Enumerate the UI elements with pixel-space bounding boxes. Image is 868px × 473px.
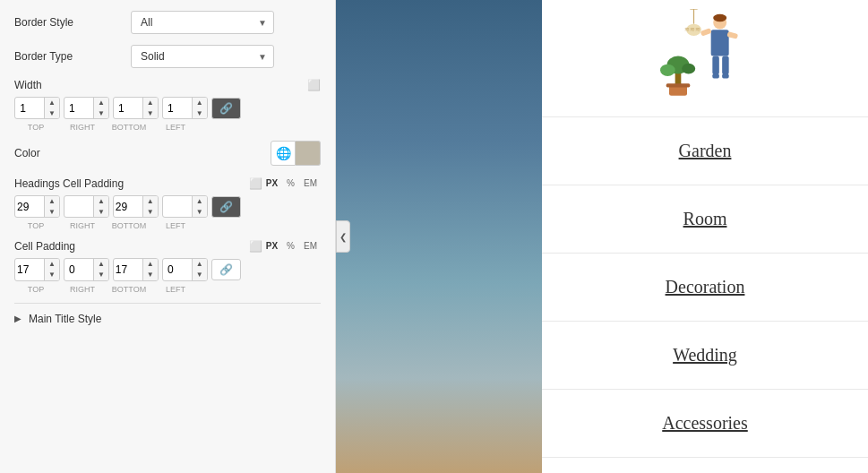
headings-top-input-group: ▲ ▼ <box>14 195 60 218</box>
width-top-input-group: ▲ ▼ <box>14 97 60 119</box>
cell-right-up-btn[interactable]: ▲ <box>94 259 108 270</box>
width-bottom-down-btn[interactable]: ▼ <box>143 108 158 119</box>
width-header: Width ⬜ <box>14 79 321 91</box>
cell-bottom-spinners: ▲ ▼ <box>142 259 158 280</box>
border-type-control: Solid Dashed Dotted Double ▼ <box>131 45 321 68</box>
cell-right-spinners: ▲ ▼ <box>93 259 108 280</box>
collapse-button[interactable]: ❮ <box>336 220 350 253</box>
cell-top-down-btn[interactable]: ▼ <box>45 270 59 280</box>
headings-left-label: LEFT <box>154 221 197 230</box>
headings-right-input[interactable] <box>64 197 93 217</box>
cell-sub-labels: TOP RIGHT BOTTOM LEFT <box>14 285 321 294</box>
width-left-up-btn[interactable]: ▲ <box>193 98 207 108</box>
headings-bottom-up-btn[interactable]: ▲ <box>143 196 158 207</box>
category-decoration-row[interactable]: Decoration <box>542 254 868 322</box>
cell-unit-em[interactable]: EM <box>300 239 321 253</box>
color-globe-btn[interactable]: 🌐 <box>271 141 296 166</box>
category-garden-text: Garden <box>679 141 732 161</box>
category-garden-row[interactable]: Garden <box>542 117 868 185</box>
headings-top-down-btn[interactable]: ▼ <box>45 207 59 218</box>
border-type-label: Border Type <box>14 50 131 63</box>
headings-unit-percent[interactable]: % <box>283 176 298 190</box>
svg-text:≋≋≋: ≋≋≋ <box>684 26 700 32</box>
border-type-select[interactable]: Solid Dashed Dotted Double <box>131 45 274 68</box>
cell-top-input[interactable] <box>15 260 44 280</box>
cell-bottom-down-btn[interactable]: ▼ <box>143 270 158 280</box>
headings-left-input-group: ▲ ▼ <box>162 195 208 218</box>
category-accessories-row[interactable]: Accessories <box>542 390 868 458</box>
width-top-input[interactable] <box>15 99 44 118</box>
headings-padding-unit-tabs: PX % EM <box>262 176 321 190</box>
width-link-btn[interactable]: 🔗 <box>211 98 241 119</box>
width-left-label: LEFT <box>154 123 197 132</box>
category-wedding-row[interactable]: Wedding <box>542 322 868 390</box>
cell-left-input[interactable] <box>163 260 192 280</box>
cell-right-label: RIGHT <box>61 285 104 294</box>
middle-panel: ❮ <box>336 0 542 473</box>
width-right-down-btn[interactable]: ▼ <box>94 108 108 119</box>
headings-padding-header: Headings Cell Padding ⬜ PX % EM <box>14 176 321 190</box>
plant-illustration: ≋≋≋ <box>651 9 759 99</box>
svg-rect-18 <box>666 83 691 87</box>
headings-bottom-spinners: ▲ ▼ <box>142 196 158 217</box>
category-image-container: ≋≋≋ <box>642 0 768 108</box>
width-bottom-label: BOTTOM <box>107 123 150 132</box>
headings-top-up-btn[interactable]: ▲ <box>45 196 59 207</box>
svg-rect-4 <box>712 74 719 79</box>
headings-right-up-btn[interactable]: ▲ <box>94 196 108 207</box>
color-swatch[interactable] <box>296 141 321 166</box>
cell-top-label: TOP <box>14 285 57 294</box>
headings-unit-em[interactable]: EM <box>300 176 321 190</box>
cell-right-down-btn[interactable]: ▼ <box>94 270 108 280</box>
svg-rect-3 <box>722 56 729 75</box>
border-type-row: Border Type Solid Dashed Dotted Double ▼ <box>14 45 321 68</box>
width-right-input[interactable] <box>64 99 93 118</box>
width-right-up-btn[interactable]: ▲ <box>94 98 108 108</box>
headings-top-input[interactable] <box>15 197 44 217</box>
cell-bottom-up-btn[interactable]: ▲ <box>143 259 158 270</box>
cell-top-up-btn[interactable]: ▲ <box>45 259 59 270</box>
headings-sub-labels: TOP RIGHT BOTTOM LEFT <box>14 221 321 230</box>
color-label: Color <box>14 147 131 159</box>
main-title-style-accordion[interactable]: ▶ Main Title Style <box>14 303 321 329</box>
width-right-spinners: ▲ ▼ <box>93 98 108 118</box>
width-section: Width ⬜ ▲ ▼ ▲ ▼ ▲ <box>14 79 321 132</box>
width-right-label: RIGHT <box>61 123 104 132</box>
cell-bottom-input[interactable] <box>114 260 142 280</box>
headings-top-spinners: ▲ ▼ <box>44 196 59 217</box>
cell-right-input[interactable] <box>64 260 93 280</box>
border-style-select[interactable]: All Top Right Bottom Left None <box>131 11 274 34</box>
cell-unit-percent[interactable]: % <box>283 239 298 253</box>
width-left-input[interactable] <box>163 99 192 118</box>
width-left-down-btn[interactable]: ▼ <box>193 108 207 119</box>
cell-left-down-btn[interactable]: ▼ <box>193 270 207 280</box>
headings-left-input[interactable] <box>163 197 192 217</box>
category-room-row[interactable]: Room <box>542 185 868 254</box>
width-bottom-input[interactable] <box>114 99 142 118</box>
width-bottom-up-btn[interactable]: ▲ <box>143 98 158 108</box>
headings-link-btn[interactable]: 🔗 <box>211 196 241 218</box>
cell-top-input-group: ▲ ▼ <box>14 258 60 280</box>
cell-link-btn[interactable]: 🔗 <box>211 259 241 280</box>
width-top-down-btn[interactable]: ▼ <box>45 108 59 119</box>
headings-unit-px[interactable]: PX <box>262 176 281 190</box>
svg-rect-6 <box>700 28 712 36</box>
border-style-row: Border Style All Top Right Bottom Left N… <box>14 11 321 34</box>
cell-unit-px[interactable]: PX <box>262 239 281 253</box>
cell-left-label: LEFT <box>154 285 197 294</box>
width-top-up-btn[interactable]: ▲ <box>45 98 59 108</box>
headings-top-label: TOP <box>14 221 57 230</box>
category-image-row: ≋≋≋ <box>542 0 868 117</box>
cell-top-spinners: ▲ ▼ <box>44 259 59 280</box>
headings-bottom-down-btn[interactable]: ▼ <box>143 207 158 218</box>
cell-padding-section: Cell Padding ⬜ PX % EM ▲ ▼ ▲ ▼ <box>14 239 321 293</box>
headings-bottom-input[interactable] <box>114 197 142 217</box>
headings-right-down-btn[interactable]: ▼ <box>94 207 108 218</box>
headings-left-spinners: ▲ ▼ <box>192 196 207 217</box>
border-style-select-wrapper: All Top Right Bottom Left None ▼ <box>131 11 274 34</box>
headings-left-down-btn[interactable]: ▼ <box>193 207 207 218</box>
width-monitor-icon: ⬜ <box>307 79 321 91</box>
cell-left-up-btn[interactable]: ▲ <box>193 259 207 270</box>
headings-left-up-btn[interactable]: ▲ <box>193 196 207 207</box>
cell-left-spinners: ▲ ▼ <box>192 259 207 280</box>
